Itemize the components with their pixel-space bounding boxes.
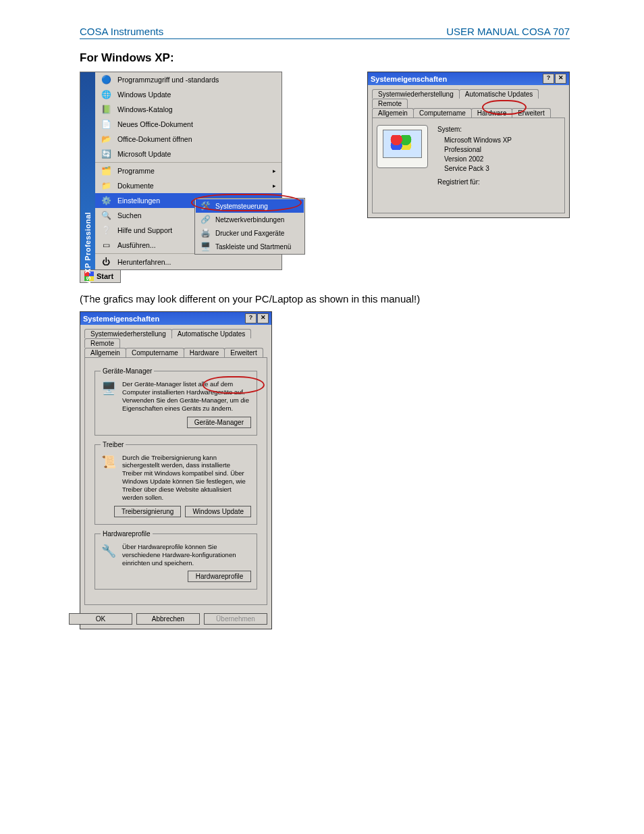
menu-item-office-dokument-oeffnen[interactable]: 📂Office-Dokument öffnen (95, 132, 281, 147)
ms-update-icon: 🔄 (101, 149, 111, 159)
start-menu: Windows XP Professional 🔵Programmzugriff… (80, 72, 282, 284)
cancel-button[interactable]: Abbrechen (136, 613, 200, 625)
menu-label: Windows-Katalog (117, 105, 173, 113)
note-text: (The grafics may look different on your … (80, 293, 570, 305)
start-label: Start (97, 272, 113, 280)
group-legend: Hardwareprofile (101, 530, 153, 538)
ok-button[interactable]: OK (69, 613, 132, 625)
menu-item-programme[interactable]: 🗂️Programme▸ (95, 163, 281, 178)
globe-icon: 🔵 (101, 74, 111, 85)
menu-label: Hilfe und Support (117, 226, 172, 234)
submenu-item-systemsteuerung[interactable]: 🛠️Systemsteuerung (196, 199, 304, 213)
group-legend: Treiber (101, 441, 126, 448)
taskbar-icon: 🖥️ (200, 241, 211, 252)
start-side-strip: Windows XP Professional (80, 72, 95, 269)
settings-icon: ⚙️ (101, 195, 111, 206)
system-line: Microsoft Windows XP (437, 136, 512, 145)
menu-item-herunterfahren[interactable]: ⏻Herunterfahren... (95, 255, 281, 269)
tab-hardware[interactable]: Hardware (184, 348, 225, 357)
submenu-item-taskleiste[interactable]: 🖥️Taskleiste und Startmenü (196, 240, 304, 253)
update-icon: 🌐 (101, 89, 111, 100)
windows-update-button[interactable]: Windows Update (185, 506, 251, 517)
geraete-manager-button[interactable]: Geräte-Manager (187, 417, 251, 428)
group-text: Über Hardwareprofile können Sie verschie… (122, 543, 251, 567)
header-right: USER MANUAL COSA 707 (446, 26, 570, 37)
programs-icon: 🗂️ (101, 165, 111, 176)
menu-label: Programme (117, 167, 155, 175)
tab-automatische-updates[interactable]: Automatische Updates (459, 89, 539, 99)
menu-item-windows-update[interactable]: 🌐Windows Update (95, 87, 281, 102)
tab-remote[interactable]: Remote (84, 338, 120, 348)
apply-button[interactable]: Übernehmen (204, 613, 267, 625)
search-icon: 🔍 (101, 210, 111, 221)
dialog-buttons: OK Abbrechen Übernehmen (80, 609, 271, 629)
menu-label: Herunterfahren... (117, 258, 171, 266)
submenu-item-netzwerk[interactable]: 🔗Netzwerkverbindungen (196, 213, 304, 226)
settings-submenu: 🛠️Systemsteuerung 🔗Netzwerkverbindungen … (194, 198, 305, 255)
tab-systemwiederherstellung[interactable]: Systemwiederherstellung (372, 89, 460, 99)
treibersignierung-button[interactable]: Treibersignierung (114, 506, 181, 517)
menu-item-programmzugriff[interactable]: 🔵Programmzugriff und -standards (95, 72, 281, 87)
menu-item-microsoft-update[interactable]: 🔄Microsoft Update (95, 147, 281, 161)
tab-remote[interactable]: Remote (372, 99, 408, 108)
control-panel-icon: 🛠️ (200, 201, 211, 211)
registered-heading: Registriert für: (437, 178, 512, 187)
tab-allgemein[interactable]: Allgemein (84, 348, 126, 357)
tab-erweitert[interactable]: Erweitert (512, 108, 550, 118)
menu-label: Microsoft Update (117, 150, 171, 158)
tab-row-1: Systemwiederherstellung Automatische Upd… (80, 325, 271, 348)
menu-label: Neues Office-Dokument (117, 120, 193, 128)
system-properties-dialog-general: Systemeigenschaften ? ✕ Systemwiederhers… (367, 72, 570, 218)
tab-allgemein[interactable]: Allgemein (372, 108, 414, 118)
driver-icon: 📜 (101, 454, 117, 470)
submenu-arrow-icon: ▸ (273, 167, 276, 174)
system-heading: System: (437, 125, 512, 134)
tab-row-1: Systemwiederherstellung Automatische Upd… (368, 85, 569, 108)
submenu-label: Drucker und Faxgeräte (215, 230, 284, 237)
menu-label: Programmzugriff und -standards (117, 76, 219, 84)
menu-item-dokumente[interactable]: 📁Dokumente▸ (95, 178, 281, 193)
help-button[interactable]: ? (543, 74, 554, 84)
catalog-icon: 📗 (101, 104, 111, 115)
close-button[interactable]: ✕ (257, 313, 269, 323)
documents-icon: 📁 (101, 180, 111, 191)
tab-erweitert[interactable]: Erweitert (224, 348, 263, 357)
submenu-arrow-icon: ▸ (273, 182, 276, 189)
submenu-label: Systemsteuerung (215, 203, 268, 210)
tab-systemwiederherstellung[interactable]: Systemwiederherstellung (84, 329, 172, 338)
new-doc-icon: 📄 (101, 119, 111, 130)
open-doc-icon: 📂 (101, 134, 111, 145)
group-treiber: Treiber 📜 Durch die Treibersignierung ka… (95, 441, 257, 525)
system-properties-dialog-hardware: Systemeigenschaften ? ✕ Systemwiederhers… (80, 311, 272, 629)
system-info: System: Microsoft Windows XP Professiona… (437, 125, 512, 188)
tab-hardware[interactable]: Hardware (471, 108, 512, 118)
tab-computername[interactable]: Computername (126, 348, 184, 357)
menu-item-windows-katalog[interactable]: 📗Windows-Katalog (95, 102, 281, 117)
tab-automatische-updates[interactable]: Automatische Updates (171, 329, 252, 338)
close-button[interactable]: ✕ (555, 74, 566, 84)
submenu-item-drucker[interactable]: 🖨️Drucker und Faxgeräte (196, 226, 304, 240)
run-icon: ▭ (101, 240, 111, 251)
hardwareprofile-button[interactable]: Hardwareprofile (188, 571, 251, 582)
tab-computername[interactable]: Computername (413, 108, 472, 118)
menu-label: Windows Update (117, 90, 171, 99)
dialog-title: Systemeigenschaften (371, 75, 447, 83)
help-icon: ❔ (101, 225, 111, 236)
help-button[interactable]: ? (245, 313, 257, 323)
group-legend: Geräte-Manager (101, 367, 154, 375)
group-geraete-manager: Geräte-Manager 🖥️ Der Geräte-Manager lis… (95, 367, 257, 436)
menu-label: Dokumente (117, 182, 154, 190)
shutdown-icon: ⏻ (101, 257, 111, 267)
group-text: Durch die Treibersignierung kann sicherg… (122, 454, 251, 502)
titlebar: Systemeigenschaften ? ✕ (368, 72, 569, 85)
section-title: For Windows XP: (80, 51, 570, 65)
group-hardwareprofile: Hardwareprofile 🔧 Über Hardwareprofile k… (95, 530, 257, 590)
device-manager-icon: 🖥️ (101, 380, 117, 396)
hardware-profile-icon: 🔧 (101, 543, 117, 559)
header-left: COSA Instruments (80, 26, 163, 37)
menu-label: Einstellungen (117, 197, 160, 205)
menu-item-neues-office-dokument[interactable]: 📄Neues Office-Dokument (95, 117, 281, 132)
menu-label: Suchen (117, 211, 142, 219)
printer-icon: 🖨️ (200, 228, 211, 238)
group-text: Der Geräte-Manager listet alle auf dem C… (122, 380, 251, 413)
